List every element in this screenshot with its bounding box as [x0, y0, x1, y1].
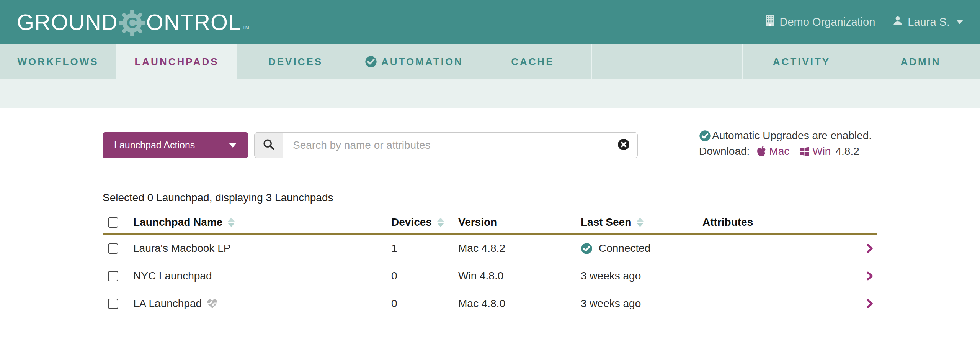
version-value: Mac 4.8.0: [458, 297, 581, 310]
tab-label: ADMIN: [900, 56, 941, 68]
chevron-down-icon: [956, 20, 963, 24]
user-icon: [893, 16, 903, 28]
sort-arrows-icon[interactable]: [637, 218, 644, 227]
devices-count: 0: [388, 297, 458, 310]
tab-workflows[interactable]: WORKFLOWS: [0, 44, 117, 79]
logo-text-ground: GROUND: [17, 9, 118, 35]
groundcontrol-logo: GROUND C ONTR: [17, 9, 249, 36]
connected-check-icon: [581, 243, 593, 255]
table-header-row: Launchpad Name Devices Version Last Seen…: [103, 212, 877, 235]
tab-spacer: [592, 44, 743, 79]
toolbar: Launchpad Actions: [103, 132, 638, 158]
launchpads-table: Launchpad Name Devices Version Last Seen…: [103, 212, 877, 317]
svg-text:C: C: [127, 14, 137, 31]
user-name: Laura S.: [908, 16, 950, 28]
header-right: Demo Organization Laura S.: [765, 15, 963, 29]
row-checkbox[interactable]: [108, 271, 118, 281]
tab-label: WORKFLOWS: [17, 56, 98, 68]
table-row[interactable]: LA Launchpad 0 Mac 4.8.0 3 weeks ago: [103, 290, 877, 317]
mac-link-label: Mac: [769, 145, 789, 158]
tab-label: CACHE: [511, 56, 554, 68]
column-header-attributes: Attributes: [702, 216, 854, 228]
download-label: Download:: [699, 145, 750, 158]
column-header-version: Version: [458, 216, 581, 228]
check-circle-icon: [365, 56, 377, 68]
tab-label: LAUNCHPADS: [134, 56, 219, 68]
download-win-link[interactable]: Win: [799, 145, 831, 158]
windows-icon: [799, 146, 810, 157]
logo-trademark: TM: [242, 25, 249, 30]
download-version: 4.8.2: [835, 145, 859, 158]
tab-cache[interactable]: CACHE: [474, 44, 592, 79]
launchpad-name: NYC Launchpad: [133, 270, 212, 282]
download-mac-link[interactable]: Mac: [756, 145, 789, 158]
table-row[interactable]: Laura's Macbook LP 1 Mac 4.8.2 Connected: [103, 235, 877, 262]
devices-count: 0: [388, 270, 458, 282]
select-all-checkbox[interactable]: [108, 217, 118, 228]
tab-devices[interactable]: DEVICES: [237, 44, 354, 79]
last-seen-value: Connected: [599, 242, 650, 255]
clear-circle-icon: [617, 138, 630, 153]
tab-automation[interactable]: AUTOMATION: [354, 44, 474, 79]
last-seen-value: 3 weeks ago: [581, 297, 641, 310]
heart-pulse-icon: [206, 298, 218, 310]
apple-icon: [756, 146, 766, 157]
app-header: GROUND C ONTR: [0, 0, 980, 44]
column-header-last-seen[interactable]: Last Seen: [581, 216, 702, 228]
clear-search-button[interactable]: [609, 133, 637, 158]
main-nav: WORKFLOWS LAUNCHPADS DEVICES AUTOMATION …: [0, 44, 980, 79]
launchpad-actions-button[interactable]: Launchpad Actions: [103, 132, 248, 158]
nav-substrip: [0, 79, 980, 108]
tab-launchpads[interactable]: LAUNCHPADS: [117, 44, 237, 79]
row-detail-chevron-icon[interactable]: [854, 271, 877, 281]
column-header-launchpad-name[interactable]: Launchpad Name: [133, 216, 388, 228]
tab-admin[interactable]: ADMIN: [861, 44, 980, 79]
chevron-down-icon: [229, 143, 237, 148]
tab-label: DEVICES: [268, 56, 323, 68]
search-input[interactable]: [283, 133, 609, 158]
version-value: Mac 4.8.2: [458, 242, 581, 255]
row-detail-chevron-icon[interactable]: [854, 243, 877, 254]
sort-arrows-icon[interactable]: [228, 218, 235, 227]
tab-activity[interactable]: ACTIVITY: [743, 44, 861, 79]
selection-summary: Selected 0 Launchpad, displaying 3 Launc…: [103, 192, 333, 204]
gear-icon: C: [119, 10, 145, 36]
user-menu[interactable]: Laura S.: [893, 16, 963, 28]
check-circle-icon: [699, 130, 711, 142]
table-row[interactable]: NYC Launchpad 0 Win 4.8.0 3 weeks ago: [103, 262, 877, 290]
row-checkbox[interactable]: [108, 299, 118, 309]
search-box: [254, 132, 638, 158]
tab-label: AUTOMATION: [381, 56, 463, 68]
column-label: Devices: [391, 216, 432, 228]
column-label: Launchpad Name: [133, 216, 222, 228]
last-seen-value: 3 weeks ago: [581, 270, 641, 282]
launchpad-actions-label: Launchpad Actions: [114, 140, 195, 151]
tab-label: ACTIVITY: [773, 56, 830, 68]
sort-arrows-icon[interactable]: [437, 218, 444, 227]
column-header-devices[interactable]: Devices: [388, 216, 458, 228]
logo-text-ontrol: ONTROL: [146, 9, 241, 35]
version-value: Win 4.8.0: [458, 270, 581, 282]
organization-menu[interactable]: Demo Organization: [765, 15, 875, 29]
win-link-label: Win: [812, 145, 831, 158]
upgrade-status-text: Automatic Upgrades are enabled.: [712, 130, 872, 142]
row-detail-chevron-icon[interactable]: [854, 298, 877, 309]
page: GROUND C ONTR: [0, 0, 980, 345]
column-label: Last Seen: [581, 216, 631, 228]
upgrade-info: Automatic Upgrades are enabled. Download…: [699, 130, 872, 158]
launchpad-name: Laura's Macbook LP: [133, 242, 230, 255]
column-label: Attributes: [702, 216, 753, 228]
column-label: Version: [458, 216, 497, 228]
launchpad-name: LA Launchpad: [133, 297, 202, 310]
search-icon: [262, 138, 275, 153]
row-checkbox[interactable]: [108, 243, 118, 254]
devices-count: 1: [388, 242, 458, 255]
building-icon: [765, 15, 775, 29]
organization-name: Demo Organization: [780, 16, 875, 28]
search-icon-addon: [255, 133, 283, 158]
